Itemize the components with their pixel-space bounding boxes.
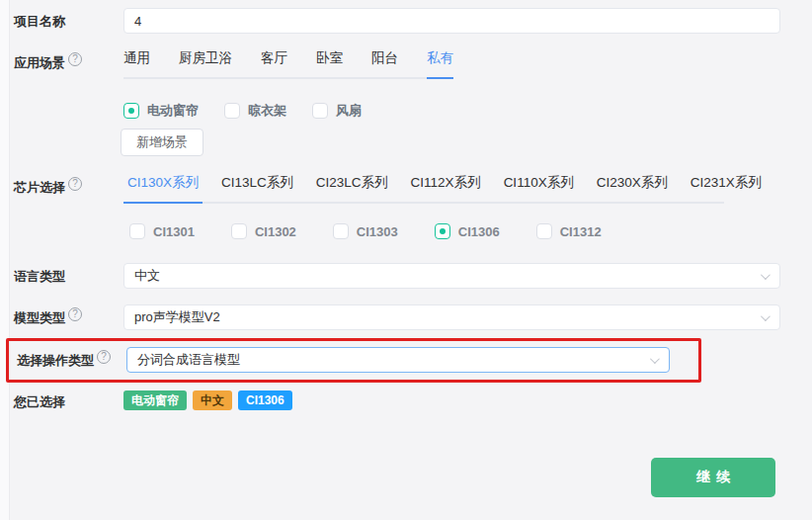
project-name-label: 项目名称 [14, 8, 123, 31]
selected-tags: 电动窗帘 中文 CI1306 [123, 390, 292, 410]
model-label: 模型类型 ? [14, 304, 123, 327]
tab-chip-ci130x[interactable]: CI130X系列 [123, 174, 203, 202]
tab-scene-livingroom[interactable]: 客厅 [261, 49, 287, 77]
checkbox-ci1303[interactable]: CI1303 [333, 223, 398, 239]
checkbox-ci1302[interactable]: CI1302 [231, 223, 296, 239]
language-label: 语言类型 [14, 263, 123, 286]
operation-select-value: 分词合成语言模型 [137, 351, 240, 369]
checkbox-box [129, 223, 145, 239]
checkbox-fan[interactable]: 风扇 [312, 102, 362, 120]
tab-scene-bedroom[interactable]: 卧室 [316, 49, 343, 77]
operation-row: 选择操作类型 ? 分词合成语言模型 [17, 347, 698, 373]
checkbox-box [536, 223, 552, 239]
tab-chip-ci112x[interactable]: CI112X系列 [407, 174, 485, 202]
selected-label: 您已选择 [14, 390, 123, 411]
checkbox-drying-rack[interactable]: 晾衣架 [224, 102, 286, 120]
model-select[interactable]: pro声学模型V2 [123, 304, 780, 330]
scene-label: 应用场景 ? [14, 49, 123, 72]
checkbox-box [333, 223, 349, 239]
help-icon[interactable]: ? [68, 177, 82, 191]
checkbox-box [224, 103, 240, 119]
tab-scene-kitchen-bath[interactable]: 厨房卫浴 [179, 49, 232, 77]
chip-checkbox-group: CI1301 CI1302 CI1303 CI1306 CI1312 [14, 223, 800, 239]
scene-tabs: 通用 厨房卫浴 客厅 卧室 阳台 私有 [123, 49, 442, 79]
checkbox-ci1306[interactable]: CI1306 [435, 223, 500, 239]
add-scene-button[interactable]: 新增场景 [121, 129, 203, 156]
chip-row: 芯片选择 ? CI130X系列 CI13LC系列 CI23LC系列 CI112X… [14, 174, 800, 204]
chip-tabs: CI130X系列 CI13LC系列 CI23LC系列 CI112X系列 CI11… [123, 174, 724, 204]
project-name-row: 项目名称 [14, 8, 800, 34]
left-edge-strip [0, 0, 10, 520]
model-select-value: pro声学模型V2 [134, 308, 220, 326]
tab-chip-ci231x[interactable]: CI231X系列 [687, 174, 766, 202]
checkbox-box [435, 223, 450, 239]
help-icon[interactable]: ? [68, 52, 82, 66]
checkbox-box [312, 103, 328, 119]
checkbox-box [123, 103, 139, 119]
tab-chip-ci23lc[interactable]: CI23LC系列 [312, 174, 392, 202]
tag-ci1306: CI1306 [238, 390, 292, 410]
config-form: 项目名称 应用场景 ? 通用 厨房卫浴 客厅 卧室 阳台 私有 电动窗帘 晾衣架… [14, 8, 800, 411]
scene-checkbox-group: 电动窗帘 晾衣架 风扇 [14, 102, 800, 120]
project-name-input[interactable] [123, 8, 780, 34]
checkbox-ci1301[interactable]: CI1301 [129, 223, 195, 239]
tab-chip-ci230x[interactable]: CI230X系列 [593, 174, 672, 202]
scene-row: 应用场景 ? 通用 厨房卫浴 客厅 卧室 阳台 私有 [14, 49, 800, 79]
model-row: 模型类型 ? pro声学模型V2 [14, 304, 800, 330]
chevron-down-icon [761, 311, 771, 321]
tab-chip-ci13lc[interactable]: CI13LC系列 [217, 174, 297, 202]
annotation-red-box: 选择操作类型 ? 分词合成语言模型 [6, 338, 701, 383]
tab-scene-balcony[interactable]: 阳台 [371, 49, 398, 77]
tag-curtain: 电动窗帘 [123, 390, 187, 410]
language-select-value: 中文 [134, 267, 160, 285]
tag-chinese: 中文 [193, 390, 232, 410]
help-icon[interactable]: ? [68, 307, 82, 321]
help-icon[interactable]: ? [97, 350, 111, 364]
checkbox-curtain[interactable]: 电动窗帘 [123, 102, 199, 120]
chevron-down-icon [761, 270, 771, 280]
operation-label: 选择操作类型 ? [17, 347, 126, 370]
chip-label: 芯片选择 ? [14, 174, 123, 197]
checkbox-box [231, 223, 247, 239]
tab-scene-private[interactable]: 私有 [427, 49, 453, 77]
tab-chip-ci110x[interactable]: CI110X系列 [500, 174, 578, 202]
chevron-down-icon [650, 354, 660, 364]
language-row: 语言类型 中文 [14, 263, 800, 289]
tab-scene-general[interactable]: 通用 [123, 49, 150, 77]
checkbox-ci1312[interactable]: CI1312 [536, 223, 602, 239]
operation-select[interactable]: 分词合成语言模型 [126, 347, 670, 373]
selected-row: 您已选择 电动窗帘 中文 CI1306 [14, 390, 800, 411]
continue-button[interactable]: 继续 [651, 458, 775, 497]
language-select[interactable]: 中文 [123, 263, 780, 289]
